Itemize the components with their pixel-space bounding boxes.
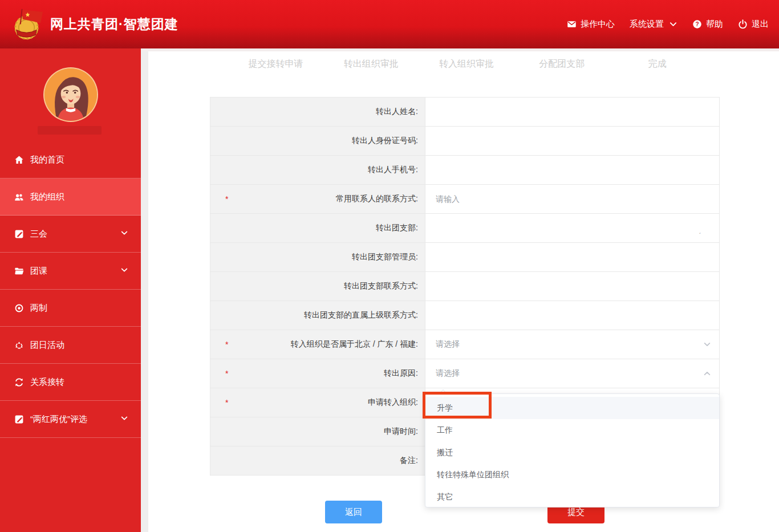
svg-text:?: ? — [695, 21, 699, 27]
field-select-target-org-in-bj-gd-fj[interactable]: 请选择 — [425, 330, 719, 359]
field-label: 转出团支部的直属上级联系方式: — [304, 310, 418, 320]
user-name-redacted — [38, 126, 102, 135]
header-menu-logout[interactable]: 退出 — [738, 19, 769, 30]
back-button[interactable]: 返回 — [325, 501, 382, 523]
form-row-frequent-contact-method: * 常用联系人的联系方式: — [210, 185, 719, 214]
required-asterisk: * — [225, 340, 228, 349]
form-row-transfer-out-branch-superior-contact: 转出团支部的直属上级联系方式: — [210, 301, 719, 330]
field-value-transfer-out-branch-contact[interactable] — [425, 272, 719, 300]
form-row-transfer-out-branch-admin: 转出团支部管理员: — [210, 243, 719, 272]
field-value-transfer-out-branch[interactable]: ˏ — [425, 214, 719, 242]
sidebar-item-three-meetings[interactable]: 三会 — [0, 216, 141, 253]
field-label: 转出团支部管理员: — [352, 252, 418, 262]
field-value-transfer-out-branch-admin[interactable] — [425, 243, 719, 271]
select-placeholder: 请选择 — [436, 339, 460, 350]
sidebar-item-label: 团课 — [30, 266, 47, 277]
field-value-transfer-out-branch-superior-contact[interactable] — [425, 301, 719, 330]
page-title: 网上共青团·智慧团建 — [50, 0, 178, 48]
sidebar-item-league-class[interactable]: 团课 — [0, 253, 141, 290]
stepper-step: 转出组织审批 — [323, 56, 419, 72]
users-icon — [14, 192, 24, 202]
field-label: 转出团支部联系方式: — [344, 281, 418, 291]
sidebar: 我的首页 我的组织 三会 团课 两制 团日活动 关系接转 “两红两优”评选 — [0, 48, 141, 532]
sidebar-item-label: 关系接转 — [30, 377, 64, 388]
field-label: 常用联系人的联系方式: — [336, 194, 418, 204]
stepper-step: 提交接转申请 — [228, 56, 323, 72]
sidebar-item-two-red-two-excellent[interactable]: “两红两优”评选 — [0, 401, 141, 438]
dropdown-option[interactable]: 其它 — [425, 486, 719, 508]
stepper-step: 分配团支部 — [514, 56, 610, 72]
sidebar-item-label: 三会 — [30, 229, 47, 239]
sidebar-item-label: “两红两优”评选 — [30, 414, 87, 425]
sidebar-item-label: 我的首页 — [30, 155, 64, 165]
form-row-transfer-out-id-number: 转出人身份证号码: — [210, 127, 719, 156]
reason-dropdown-panel: 升学 工作 搬迁 转往特殊单位团组织 其它 — [425, 393, 720, 507]
field-label: 申请转入组织: — [368, 397, 418, 408]
chevron-down-icon — [703, 340, 711, 348]
sidebar-item-league-day-activity[interactable]: 团日活动 — [0, 327, 141, 364]
field-value-transfer-out-name[interactable] — [425, 98, 719, 126]
refresh-icon — [14, 377, 24, 387]
header-menu-label: 系统设置 — [630, 19, 664, 30]
dropdown-option[interactable]: 搬迁 — [425, 441, 719, 464]
form-row-transfer-out-name: 转出人姓名: — [210, 98, 719, 127]
header-menu-system-settings[interactable]: 系统设置 — [630, 19, 677, 30]
stepper-step: 完成 — [610, 56, 705, 72]
required-asterisk: * — [225, 398, 228, 407]
target-icon — [14, 303, 24, 313]
field-label: 转出人姓名: — [376, 107, 418, 117]
header-menu-help[interactable]: ? 帮助 — [692, 19, 723, 30]
dropdown-option[interactable]: 转往特殊单位团组织 — [425, 464, 719, 486]
text-input[interactable] — [436, 194, 691, 204]
header-menu-label: 退出 — [752, 19, 769, 30]
required-asterisk: * — [225, 194, 228, 204]
required-asterisk: * — [225, 369, 228, 378]
header-menu: 操作中心 系统设置 ? 帮助 退出 — [567, 0, 769, 48]
field-value-transfer-out-id-number[interactable] — [425, 127, 719, 155]
form-row-target-org-in-bj-gd-fj: * 转入组织是否属于北京 / 广东 / 福建: 请选择 — [210, 330, 719, 359]
sidebar-item-two-systems[interactable]: 两制 — [0, 290, 141, 327]
chevron-down-icon — [120, 266, 128, 276]
envelope-icon — [567, 19, 577, 29]
power-icon — [738, 19, 748, 29]
app-root: 网上共青团·智慧团建 操作中心 系统设置 ? 帮助 退出 — [0, 0, 779, 532]
field-input-frequent-contact-method[interactable] — [425, 185, 719, 213]
edit-icon — [14, 229, 24, 239]
content-gutter — [141, 48, 148, 532]
field-label: 备注: — [400, 456, 418, 466]
field-select-transfer-out-reason[interactable]: 请选择 — [425, 359, 719, 388]
sidebar-item-relationship-transfer[interactable]: 关系接转 — [0, 364, 141, 401]
field-label: 申请时间: — [384, 427, 418, 437]
header-menu-label: 操作中心 — [581, 19, 615, 30]
edit-icon — [14, 414, 24, 424]
header-menu-label: 帮助 — [706, 19, 723, 30]
dropdown-option[interactable]: 升学 — [425, 397, 719, 419]
field-label: 转出团支部: — [376, 223, 418, 233]
field-label: 转出人手机号: — [368, 165, 418, 175]
select-placeholder: 请选择 — [436, 368, 460, 379]
league-emblem-logo — [10, 6, 46, 42]
transfer-stepper: 提交接转申请 转出组织审批 转入组织审批 分配团支部 完成 — [228, 56, 705, 72]
avatar[interactable] — [43, 67, 98, 122]
field-label: 转出人身份证号码: — [352, 136, 418, 146]
form-row-transfer-out-branch: 转出团支部: ˏ — [210, 214, 719, 243]
chevron-down-icon — [120, 415, 128, 424]
chevron-down-icon — [669, 19, 677, 29]
chevron-down-icon — [120, 229, 128, 239]
folder-icon — [14, 266, 24, 276]
sidebar-item-label: 团日活动 — [30, 340, 64, 351]
sidebar-item-home[interactable]: 我的首页 — [0, 141, 141, 178]
header-menu-action-center[interactable]: 操作中心 — [567, 19, 615, 30]
recycle-icon — [14, 340, 24, 350]
field-label: 转出原因: — [384, 368, 418, 379]
dropdown-option[interactable]: 工作 — [425, 419, 719, 441]
app-header: 网上共青团·智慧团建 操作中心 系统设置 ? 帮助 退出 — [0, 0, 779, 48]
question-circle-icon: ? — [692, 19, 702, 29]
field-value-transfer-out-phone[interactable] — [425, 156, 719, 184]
stray-mark: ˏ — [699, 228, 701, 233]
sidebar-item-my-organization[interactable]: 我的组织 — [0, 178, 141, 216]
sidebar-item-label: 两制 — [30, 303, 47, 314]
field-label: 转入组织是否属于北京 / 广东 / 福建: — [291, 339, 418, 350]
form-row-transfer-out-branch-contact: 转出团支部联系方式: — [210, 272, 719, 301]
home-icon — [14, 155, 24, 165]
